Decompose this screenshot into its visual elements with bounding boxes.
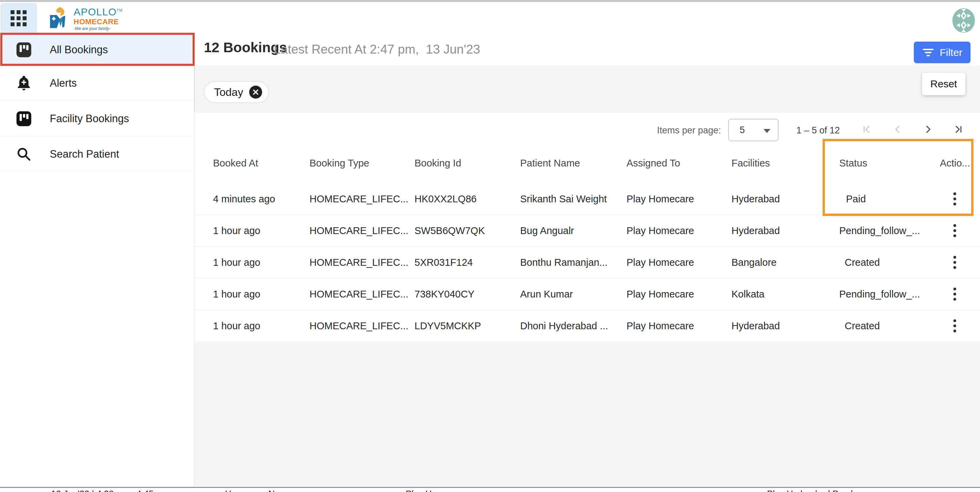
chevron-left-icon (892, 124, 903, 135)
sidebar-item-label: All Bookings (50, 44, 108, 56)
last-page-icon (953, 124, 964, 135)
cell-status: Created (845, 257, 880, 268)
cell-patient-name: Srikanth Sai Weight (520, 193, 607, 205)
reset-button[interactable]: Reset (922, 73, 965, 95)
apollo-homecare-logo: APOLLOTM HOMECARE -We are your family- (48, 7, 123, 31)
items-per-page-value: 5 (740, 125, 745, 136)
search-icon (15, 146, 33, 163)
today-filter-chip[interactable]: Today (204, 81, 269, 103)
cell-booking-id: 5XR031F124 (415, 257, 473, 268)
items-per-page-label: Items per page: (644, 125, 721, 136)
cell-status: Created (845, 320, 880, 332)
cell-assigned-to: Play Homecare (627, 225, 694, 236)
column-header-booking-id: Booking Id (415, 158, 461, 169)
cell-patient-name: Bonthu Ramanjan... (520, 257, 608, 268)
cell-assigned-to: Play Homecare (627, 257, 694, 268)
column-header-facilities: Facilities (732, 158, 770, 169)
column-header-actions: Actio... (919, 158, 970, 169)
table-row[interactable]: 1 hour ago HOMECARE_LIFEC... 5XR031F124 … (195, 247, 980, 278)
cell-booking-type: HOMECARE_LIFEC... (310, 257, 408, 268)
cell-booking-id: 738KY040CY (415, 289, 474, 300)
sidebar-item-alerts[interactable]: Alerts (0, 65, 194, 101)
cell-patient-name: Bug Angualr (520, 225, 574, 236)
column-header-status: Status (839, 158, 867, 169)
column-header-assigned-to: Assigned To (627, 158, 680, 169)
user-avatar[interactable] (952, 8, 975, 34)
cell-booked-at: 1 hour ago (213, 320, 261, 332)
sidebar-item-label: Search Patient (50, 148, 119, 160)
cell-booked-at: 1 hour ago (213, 257, 261, 268)
apps-menu-button[interactable] (1, 3, 37, 34)
cell-status: Paid (846, 193, 866, 205)
row-actions-kebab-icon[interactable] (947, 254, 963, 271)
chevron-right-icon (923, 124, 934, 135)
next-page-button[interactable] (920, 121, 936, 137)
table-row[interactable]: 1 hour ago HOMECARE_LIFEC... SW5B6QW7QK … (195, 215, 980, 247)
cell-facilities: Hyderabad (732, 225, 780, 236)
chevron-down-icon (764, 129, 770, 133)
cell-booking-id: HK0XX2LQ86 (415, 193, 477, 205)
apollo-logo-icon (48, 7, 70, 31)
clipped-text: Play Homecare (406, 489, 466, 492)
content-bottom-area (195, 342, 980, 487)
sidebar-item-label: Alerts (50, 77, 77, 89)
row-actions-kebab-icon[interactable] (947, 317, 963, 335)
clipped-text: Homecare Nurse (225, 489, 292, 492)
logo-wordmark: APOLLOTM (74, 7, 123, 17)
cell-patient-name: Dhoni Hyderabad ... (520, 320, 608, 332)
cell-booked-at: 1 hour ago (213, 289, 261, 300)
cell-facilities: Kolkata (732, 289, 765, 300)
clipped-text: 13 Jun'23 | 4:30 pm - 4:45 pm (51, 489, 169, 492)
row-actions-kebab-icon[interactable] (947, 222, 963, 240)
topbar: APOLLOTM HOMECARE -We are your family- (0, 2, 980, 34)
reset-button-label: Reset (930, 78, 957, 90)
table-row[interactable]: 4 minutes ago HOMECARE_LIFEC... HK0XX2LQ… (195, 183, 980, 215)
cell-assigned-to: Play Homecare (627, 320, 694, 332)
cell-status: Pending_follow_... (839, 289, 920, 300)
kanban-board-icon (15, 110, 33, 128)
table-row[interactable]: 1 hour ago HOMECARE_LIFEC... 738KY040CY … (195, 278, 980, 310)
apps-grid-icon (10, 10, 27, 27)
filter-button-label: Filter (940, 47, 963, 58)
row-actions-kebab-icon[interactable] (947, 190, 963, 208)
cell-booking-type: HOMECARE_LIFEC... (310, 193, 408, 205)
cell-facilities: Hyderabad (732, 193, 780, 205)
cell-booked-at: 1 hour ago (213, 225, 261, 236)
previous-page-button[interactable] (890, 121, 905, 137)
pagination-range-label: 1 – 5 of 12 (794, 125, 842, 136)
column-header-patient-name: Patient Name (520, 158, 580, 169)
sidebar-item-search-patient[interactable]: Search Patient (0, 136, 194, 172)
avatar-identicon-icon (952, 8, 975, 34)
cell-assigned-to: Play Homecare (627, 289, 694, 300)
cell-booking-id: SW5B6QW7QK (415, 225, 485, 236)
first-page-button[interactable] (859, 121, 875, 137)
logo-tm: TM (116, 8, 123, 12)
cell-booking-id: LDYV5MCKKP (415, 320, 481, 332)
first-page-icon (861, 124, 872, 135)
app-screen: APOLLOTM HOMECARE -We are your family- (0, 0, 980, 492)
cell-status: Pending_follow_... (839, 225, 920, 236)
logo-homecare: HOMECARE (74, 18, 123, 26)
filter-list-icon (922, 48, 934, 58)
logo-tagline: -We are your family- (74, 27, 123, 31)
chip-close-icon[interactable] (249, 86, 262, 99)
cell-booking-type: HOMECARE_LIFEC... (310, 225, 408, 236)
sidebar-item-facility-bookings[interactable]: Facility Bookings (0, 101, 194, 136)
table-row[interactable]: 1 hour ago HOMECARE_LIFEC... LDYV5MCKKP … (195, 310, 980, 342)
row-actions-kebab-icon[interactable] (947, 285, 963, 303)
background-window-strip: 13 Jun'23 | 4:30 pm - 4:45 pm Homecare N… (0, 487, 980, 492)
filter-button[interactable]: Filter (914, 42, 970, 63)
column-header-booked-at: Booked At (213, 158, 258, 169)
last-refreshed-text: Latest Recent At 2:47 pm, 13 Jun'23 (274, 42, 480, 57)
sidebar-item-all-bookings[interactable]: All Bookings (0, 34, 194, 65)
cell-booked-at: 4 minutes ago (213, 193, 275, 205)
last-page-button[interactable] (950, 121, 966, 137)
items-per-page-select[interactable]: 5 (728, 119, 778, 141)
alert-add-bell-icon (15, 75, 33, 92)
cell-patient-name: Arun Kumar (520, 289, 573, 300)
cell-facilities: Bangalore (732, 257, 776, 268)
kanban-board-icon (15, 41, 33, 59)
column-header-booking-type: Booking Type (310, 158, 369, 169)
cell-booking-type: HOMECARE_LIFEC... (310, 289, 408, 300)
cell-facilities: Hyderabad (732, 320, 780, 332)
